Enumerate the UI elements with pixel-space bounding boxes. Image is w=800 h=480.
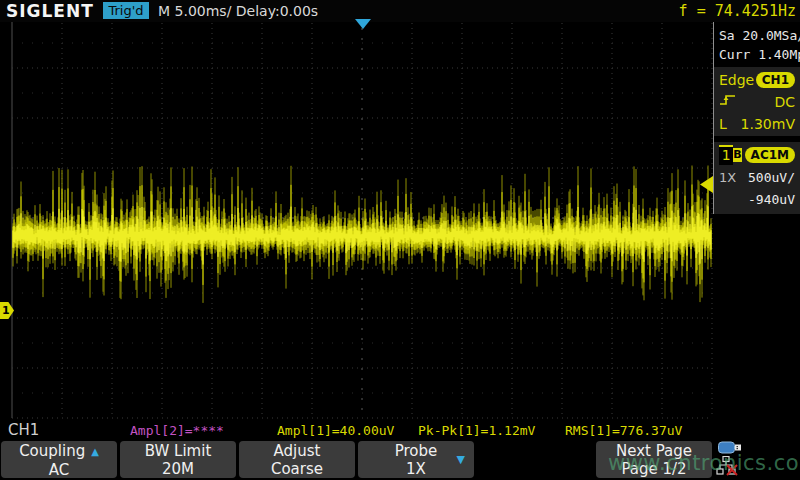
channel-number-cell: 1: [719, 145, 733, 165]
trigger-status-badge: Trig'd: [103, 2, 149, 19]
measurement-pkpk1: Pk-Pk[1]=1.12mV: [418, 423, 535, 438]
trigger-coupling-readout: DC: [774, 94, 795, 110]
top-status-bar: SIGLENT Trig'd M 5.00ms/ Delay:0.00s f =…: [0, 0, 800, 22]
rising-edge-icon: [719, 92, 737, 112]
frequency-counter-readout: f = 74.4251Hz: [679, 2, 796, 20]
down-arrow-icon: ▼: [457, 451, 465, 469]
sample-rate-readout: Sa 20.0MSa/s: [719, 26, 798, 45]
softkey-coupling[interactable]: Coupling▲ AC: [1, 441, 117, 478]
memory-depth-readout: Curr 1.40Mpts: [719, 45, 798, 64]
timebase-delay-readout: M 5.00ms/ Delay:0.00s: [158, 3, 318, 19]
softkey-bw-limit[interactable]: BW Limit 20M: [120, 441, 236, 478]
measure-channel-label: CH1: [8, 421, 39, 439]
channel-coupling-badge: AC1M: [745, 147, 795, 163]
waveform-display-area: [0, 22, 713, 420]
trigger-source-badge: CH1: [756, 72, 795, 88]
trigger-level-readout: 1.30mV: [741, 116, 795, 132]
softkey-coupling-value: AC: [1, 461, 117, 479]
measurement-bar: CH1 Ampl[2]=**** Ampl[1]=40.00uV Pk-Pk[1…: [0, 420, 713, 439]
acquisition-info: Sa 20.0MSa/s Curr 1.40Mpts: [714, 22, 800, 64]
measurement-rms1: RMS[1]=776.37uV: [565, 423, 682, 438]
right-info-sidebar: Sa 20.0MSa/s Curr 1.40Mpts Edge CH1 DC L…: [713, 22, 800, 214]
vertical-offset-readout: -940uV: [748, 192, 795, 207]
vertical-scale-readout: 500uV/: [748, 170, 795, 185]
probe-attenuation-readout: 1X: [719, 170, 736, 185]
measurement-ampl2: Ampl[2]=****: [130, 423, 224, 438]
oscilloscope-screen: SIGLENT Trig'd M 5.00ms/ Delay:0.00s f =…: [0, 0, 800, 480]
softkey-bw-limit-label: BW Limit: [120, 442, 236, 460]
softkey-coupling-label: Coupling: [19, 442, 85, 460]
measurement-ampl1: Ampl[1]=40.00uV: [277, 423, 394, 438]
softkey-empty: [477, 441, 593, 478]
trigger-info-panel: Edge CH1 DC L 1.30mV: [714, 67, 800, 136]
siglent-logo: SIGLENT: [6, 1, 94, 21]
up-arrow-icon: ▲: [91, 446, 99, 457]
softkey-probe[interactable]: Probe 1X ▼: [358, 441, 474, 478]
graticule-and-waveform: [0, 22, 713, 420]
softkey-bw-limit-value: 20M: [120, 460, 236, 478]
channel1-info-panel: 1 B AC1M 1X 500uV/ -940uV: [714, 142, 800, 214]
watermark-text: www.cntronics.com: [608, 451, 800, 475]
softkey-adjust[interactable]: Adjust Coarse: [239, 441, 355, 478]
softkey-adjust-value: Coarse: [239, 460, 355, 478]
trigger-level-label: L: [719, 116, 727, 132]
trigger-type-label: Edge: [719, 72, 754, 88]
softkey-adjust-label: Adjust: [239, 442, 355, 460]
bandwidth-limit-badge: B: [733, 148, 741, 162]
